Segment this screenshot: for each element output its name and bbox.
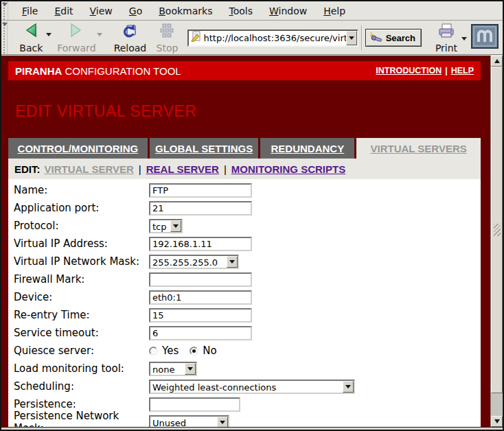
- application-port-input[interactable]: [149, 201, 252, 216]
- edit-subnav: EDIT: VIRTUAL SERVER | REAL SERVER | MON…: [8, 159, 481, 179]
- back-history-dropdown-icon[interactable]: [46, 33, 51, 36]
- toolbar-grippy[interactable]: [1, 21, 8, 54]
- quiesce-yes-radio[interactable]: [149, 347, 158, 356]
- print-dropdown-icon[interactable]: [461, 37, 467, 40]
- select-arrow-icon[interactable]: [343, 381, 354, 393]
- reentry-time-input[interactable]: [149, 308, 252, 323]
- url-input[interactable]: [203, 33, 345, 43]
- persistence-mask-select[interactable]: Unused: [149, 415, 229, 428]
- navigation-toolbar: Back Forward Reload: [1, 21, 503, 55]
- tab-redundancy[interactable]: REDUNDANCY: [260, 138, 354, 159]
- toolbar-grippy[interactable]: [1, 1, 8, 20]
- scroll-down-icon[interactable]: [491, 416, 503, 427]
- introduction-link[interactable]: INTRODUCTION: [376, 66, 442, 75]
- menu-file[interactable]: File: [14, 3, 46, 19]
- help-link[interactable]: HELP: [451, 66, 474, 75]
- firewall-mark-label: Firewall Mark:: [14, 273, 149, 286]
- reentry-time-label: Re-entry Time:: [14, 309, 149, 321]
- menu-view[interactable]: View: [82, 3, 121, 19]
- tab-control-monitoring[interactable]: CONTROL/MONITORING: [8, 138, 148, 159]
- scroll-up-icon[interactable]: [491, 56, 503, 67]
- subnav-real-server[interactable]: REAL SERVER: [146, 163, 219, 175]
- form-row: Application port:: [14, 199, 481, 217]
- menu-help[interactable]: Help: [315, 3, 354, 19]
- service-timeout-input[interactable]: [149, 326, 252, 340]
- application-port-label: Application port:: [14, 202, 149, 214]
- scrollbar-thumb[interactable]: [491, 67, 503, 393]
- scheduling-select[interactable]: Weighted least-connections: [149, 380, 355, 394]
- forward-icon: [68, 23, 84, 42]
- subnav-separator: |: [224, 163, 227, 175]
- form-row: Scheduling: Weighted least-connections: [14, 377, 481, 395]
- virtual-ip-mask-select[interactable]: 255.255.255.0: [149, 255, 239, 269]
- forward-history-dropdown-icon[interactable]: [97, 33, 102, 36]
- back-button[interactable]: Back: [16, 21, 46, 54]
- service-timeout-label: Service timeout:: [14, 327, 149, 339]
- search-label: Search: [386, 33, 415, 43]
- virtual-ip-label: Virtual IP Address:: [14, 237, 149, 250]
- form-row: Service timeout:: [14, 324, 481, 342]
- app-title-bold: PIRANHA: [15, 65, 62, 77]
- printer-icon: [437, 23, 455, 42]
- subnav-monitoring-scripts[interactable]: MONITORING SCRIPTS: [231, 163, 345, 175]
- reload-label: Reload: [114, 43, 147, 54]
- tab-virtual-servers[interactable]: VIRTUAL SERVERS: [356, 138, 481, 159]
- protocol-select[interactable]: tcp: [149, 219, 183, 233]
- piranha-page: PIRANHA CONFIGURATION TOOL INTRODUCTION|…: [1, 56, 490, 427]
- persistence-mask-label: Persistence Network Mask:: [14, 410, 149, 427]
- page-title: EDIT VIRTUAL SERVER: [15, 102, 481, 121]
- form-row: Load monitoring tool: none: [14, 360, 481, 377]
- bookmark-page-icon[interactable]: [191, 31, 202, 45]
- name-input[interactable]: [149, 183, 252, 198]
- form-row: Virtual IP Address:: [14, 235, 481, 253]
- menu-edit[interactable]: Edit: [46, 3, 81, 19]
- mozilla-logo[interactable]: [471, 24, 499, 51]
- vertical-scrollbar[interactable]: [490, 56, 503, 427]
- menu-window[interactable]: Window: [261, 3, 315, 19]
- select-arrow-icon[interactable]: [170, 220, 181, 232]
- header-link-separator: |: [445, 66, 448, 75]
- app-title: PIRANHA CONFIGURATION TOOL: [15, 65, 181, 77]
- device-label: Device:: [14, 291, 149, 303]
- form-row: Device:: [14, 288, 481, 306]
- stop-label: Stop: [157, 43, 179, 54]
- forward-button[interactable]: Forward: [56, 21, 97, 54]
- select-arrow-icon[interactable]: [227, 256, 238, 268]
- device-input[interactable]: [149, 290, 252, 305]
- persistence-label: Persistence:: [14, 398, 149, 410]
- scrollbar-grip: [494, 224, 501, 236]
- stop-button[interactable]: Stop: [152, 21, 182, 54]
- menu-bookmarks[interactable]: Bookmarks: [150, 3, 220, 19]
- form-row: Persistence Network Mask: Unused: [14, 413, 481, 427]
- toolbar-separator: [361, 25, 363, 50]
- print-label: Print: [435, 43, 457, 54]
- virtual-ip-mask-label: Virtual IP Network Mask:: [14, 255, 149, 268]
- protocol-label: Protocol:: [14, 220, 149, 232]
- quiesce-yes-label: Yes: [162, 345, 179, 357]
- form-row: Protocol: tcp: [14, 217, 481, 235]
- select-arrow-icon[interactable]: [217, 417, 228, 428]
- piranha-header-bar: PIRANHA CONFIGURATION TOOL INTRODUCTION|…: [8, 61, 481, 80]
- quiesce-no-radio[interactable]: [190, 347, 198, 356]
- url-dropdown-icon[interactable]: [346, 31, 357, 45]
- virtual-ip-input[interactable]: [149, 237, 252, 251]
- scheduling-label: Scheduling:: [14, 380, 149, 393]
- reload-button[interactable]: Reload: [112, 21, 148, 54]
- flashlight-icon: [369, 31, 383, 45]
- print-button[interactable]: Print: [431, 21, 461, 54]
- subnav-virtual-server[interactable]: VIRTUAL SERVER: [45, 163, 134, 175]
- search-button[interactable]: Search: [365, 29, 422, 47]
- browser-viewport: PIRANHA CONFIGURATION TOOL INTRODUCTION|…: [1, 56, 503, 427]
- form-row: Name:: [14, 181, 481, 199]
- load-monitoring-select[interactable]: none: [149, 362, 197, 376]
- menu-go[interactable]: Go: [121, 3, 150, 19]
- firewall-mark-input[interactable]: [149, 272, 252, 287]
- select-arrow-icon[interactable]: [185, 363, 196, 375]
- tab-bar: CONTROL/MONITORING GLOBAL SETTINGS REDUN…: [8, 138, 481, 159]
- menu-tools[interactable]: Tools: [220, 3, 261, 19]
- browser-window: File Edit View Go Bookmarks Tools Window…: [0, 0, 504, 431]
- header-links: INTRODUCTION|HELP: [376, 66, 474, 75]
- persistence-input[interactable]: [149, 397, 240, 412]
- tab-global-settings[interactable]: GLOBAL SETTINGS: [150, 138, 259, 159]
- back-label: Back: [19, 43, 43, 54]
